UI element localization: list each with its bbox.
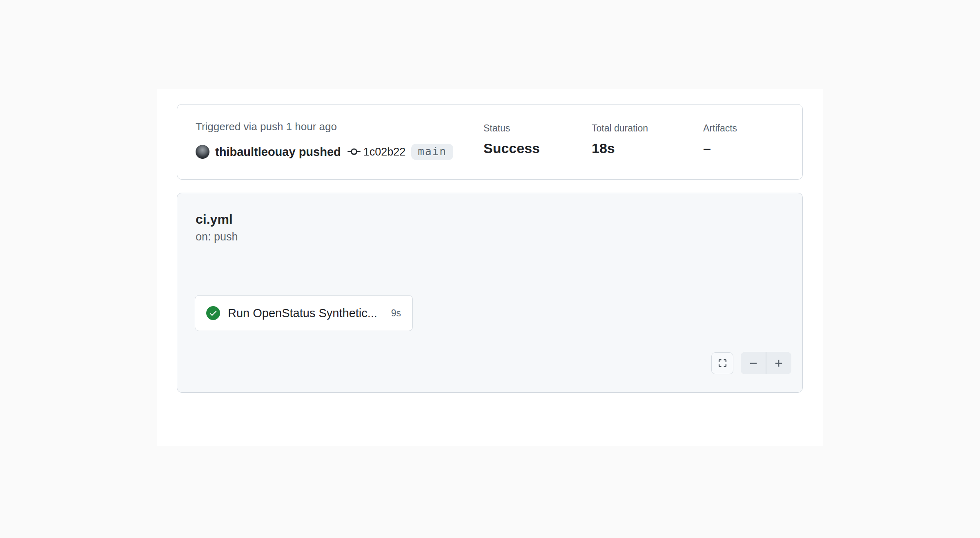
branch-badge[interactable]: main — [411, 144, 453, 160]
minus-icon — [748, 358, 759, 369]
stat-value: – — [703, 140, 737, 156]
job-duration: 9s — [391, 308, 401, 319]
run-summary-card: Triggered via push 1 hour ago thibaultle… — [177, 104, 803, 180]
actor-row: thibaultleouay pushed 1c02b22 main — [196, 142, 453, 161]
stat-value: 18s — [592, 140, 648, 156]
graph-controls — [711, 352, 791, 374]
zoom-controls — [741, 352, 791, 374]
fullscreen-button[interactable] — [711, 352, 733, 374]
stat-label: Status — [483, 122, 540, 134]
stat-total-duration: Total duration 18s — [592, 122, 648, 156]
plus-icon — [773, 358, 784, 369]
commit-link[interactable]: 1c02b22 — [347, 145, 406, 158]
zoom-out-button[interactable] — [741, 352, 766, 374]
stat-value: Success — [483, 140, 540, 156]
screen-full-icon — [717, 358, 728, 369]
job-name: Run OpenStatus Synthetic... — [228, 307, 385, 320]
zoom-in-button[interactable] — [766, 352, 791, 374]
workflow-file-name: ci.yml — [196, 211, 233, 227]
workflow-trigger: on: push — [196, 230, 238, 244]
job-node[interactable]: Run OpenStatus Synthetic... 9s — [195, 295, 413, 331]
trigger-summary-text: Triggered via push 1 hour ago — [196, 120, 337, 133]
stat-label: Artifacts — [703, 122, 737, 134]
actor-name: thibaultleouay pushed — [215, 145, 341, 159]
workflow-graph-panel: ci.yml on: push Run OpenStatus Synthetic… — [177, 193, 803, 393]
content-surface: Triggered via push 1 hour ago thibaultle… — [157, 89, 823, 446]
check-circle-icon — [206, 306, 220, 320]
git-commit-icon — [347, 145, 361, 158]
stat-artifacts: Artifacts – — [703, 122, 737, 156]
stat-label: Total duration — [592, 122, 648, 134]
avatar[interactable] — [196, 145, 209, 159]
stat-status: Status Success — [483, 122, 540, 156]
commit-sha: 1c02b22 — [363, 146, 406, 158]
